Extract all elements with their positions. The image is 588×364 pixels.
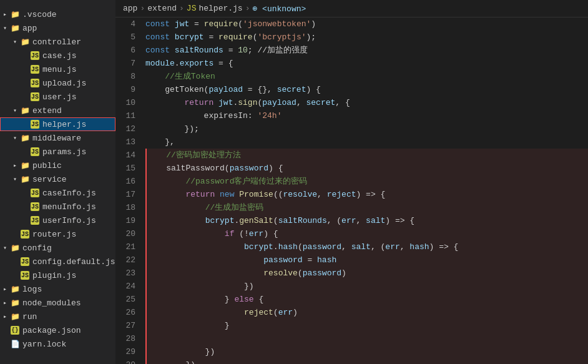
breadcrumb: app › extend › JS helper.js › ⊕ <unknown… — [115, 0, 588, 17]
code-line-15: saltPassword(password) { — [145, 162, 588, 175]
code-container[interactable]: 4567891011121314151617181920212223242526… — [115, 17, 588, 364]
code-line-24: }) — [145, 280, 588, 293]
breadcrumb-symbol: ⊕ <unknown> — [252, 4, 306, 14]
code-line-16: //password客户端传过来的密码 — [145, 175, 588, 188]
sidebar-item-menu-js[interactable]: JS menu.js — [0, 62, 115, 76]
folder-icon: 📁 — [10, 298, 20, 308]
item-label: run — [22, 312, 37, 322]
line-num-21: 21 — [115, 240, 135, 253]
line-num-23: 23 — [115, 267, 135, 280]
tree-arrow: ▸ — [0, 313, 10, 320]
line-num-17: 17 — [115, 188, 135, 201]
item-label: yarn.lock — [22, 340, 66, 349]
js-icon: JS — [20, 270, 30, 280]
sidebar-item-case-js[interactable]: JS case.js — [0, 49, 115, 62]
sidebar-item-yarn-lock[interactable]: 📄 yarn.lock — [0, 337, 115, 351]
code-line-5: const bcrypt = require('bcryptjs'); — [145, 31, 588, 44]
sidebar-item-userInfo-js[interactable]: JS userInfo.js — [0, 214, 115, 227]
sidebar-item-user-js[interactable]: JS user.js — [0, 90, 115, 104]
item-label: config — [22, 243, 52, 253]
sidebar-item-params-js[interactable]: JS params.js — [0, 145, 115, 159]
code-line-21: bcrypt.hash(password, salt, (err, hash) … — [145, 240, 588, 253]
sidebar-item-run[interactable]: ▸ 📁 run — [0, 310, 115, 323]
item-label: caseInfo.js — [42, 189, 96, 198]
code-line-13: }, — [145, 135, 588, 149]
sidebar: ▸ 📁 .vscode ▾ 📁 app ▾ 📁 controller JS ca… — [0, 0, 115, 364]
line-num-7: 7 — [115, 57, 135, 70]
tree-arrow: ▾ — [10, 175, 20, 183]
sidebar-item-vscode[interactable]: ▸ 📁 .vscode — [0, 7, 115, 21]
line-num-8: 8 — [115, 70, 135, 83]
item-label: helper.js — [42, 120, 86, 129]
sidebar-item-menuInfo-js[interactable]: JS menuInfo.js — [0, 200, 115, 214]
item-label: extend — [32, 106, 62, 116]
item-label: app — [22, 24, 37, 33]
item-label: userInfo.js — [42, 216, 96, 225]
line-numbers: 4567891011121314151617181920212223242526… — [115, 17, 140, 364]
js-icon: JS — [20, 257, 30, 267]
code-line-6: const saltRounds = 10; //加盐的强度 — [145, 44, 588, 57]
sidebar-item-package-json[interactable]: {} package.json — [0, 323, 115, 337]
editor-area: app › extend › JS helper.js › ⊕ <unknown… — [115, 0, 588, 364]
item-label: plugin.js — [32, 271, 76, 280]
code-line-25: } else { — [145, 293, 588, 306]
code-line-27: } — [145, 319, 588, 332]
item-label: config.default.js — [32, 257, 115, 267]
js-icon: JS — [30, 92, 40, 102]
code-lines: const jwt = require('jsonwebtoken')const… — [140, 17, 588, 364]
line-num-13: 13 — [115, 135, 135, 149]
sidebar-item-node-modules[interactable]: ▸ 📁 node_modules — [0, 296, 115, 310]
sidebar-item-plugin-js[interactable]: JS plugin.js — [0, 268, 115, 282]
code-line-30: }) — [145, 358, 588, 364]
item-label: router.js — [32, 230, 76, 239]
tree-arrow: ▸ — [10, 162, 20, 169]
item-label: user.js — [42, 92, 77, 102]
sidebar-item-extend[interactable]: ▾ 📁 extend — [0, 104, 115, 117]
folder-icon: 📁 — [20, 160, 30, 170]
line-num-4: 4 — [115, 17, 135, 31]
sidebar-item-router-js[interactable]: JS router.js — [0, 227, 115, 241]
folder-icon: 📁 — [10, 23, 20, 33]
sidebar-item-public[interactable]: ▸ 📁 public — [0, 159, 115, 172]
sidebar-item-logs[interactable]: ▸ 📁 logs — [0, 282, 115, 296]
js-icon: JS — [30, 215, 40, 225]
item-label: service — [32, 175, 67, 184]
sidebar-item-middleware[interactable]: ▾ 📁 middleware — [0, 131, 115, 145]
folder-icon: 📁 — [10, 9, 20, 19]
code-line-20: if (!err) { — [145, 227, 588, 240]
line-num-14: 14 — [115, 149, 135, 162]
folder-icon: 📁 — [20, 106, 30, 116]
item-label: .vscode — [22, 10, 57, 19]
breadcrumb-extend: extend — [147, 4, 177, 13]
sidebar-item-app[interactable]: ▾ 📁 app — [0, 21, 115, 35]
js-icon: JS — [30, 202, 40, 212]
code-line-22: password = hash — [145, 253, 588, 267]
item-label: node_modules — [22, 298, 81, 308]
sidebar-item-upload-js[interactable]: JS upload.js — [0, 76, 115, 90]
tree-arrow: ▸ — [0, 299, 10, 307]
line-num-5: 5 — [115, 31, 135, 44]
sidebar-item-controller[interactable]: ▾ 📁 controller — [0, 35, 115, 49]
line-num-26: 26 — [115, 306, 135, 319]
sidebar-item-config[interactable]: ▾ 📁 config — [0, 241, 115, 255]
code-line-4: const jwt = require('jsonwebtoken') — [145, 17, 588, 31]
js-icon: JS — [30, 147, 40, 157]
line-num-20: 20 — [115, 227, 135, 240]
item-label: package.json — [22, 326, 81, 335]
sidebar-item-config-default-js[interactable]: JS config.default.js — [0, 255, 115, 268]
breadcrumb-app: app — [123, 4, 137, 13]
sidebar-item-caseInfo-js[interactable]: JS caseInfo.js — [0, 186, 115, 200]
folder-icon: 📁 — [20, 37, 30, 47]
line-num-16: 16 — [115, 175, 135, 188]
code-line-23: resolve(password) — [145, 267, 588, 280]
sidebar-item-helper-js[interactable]: JS helper.js — [0, 117, 115, 131]
folder-icon: 📁 — [10, 284, 20, 294]
breadcrumb-sep-1: › — [140, 4, 145, 13]
sidebar-item-service[interactable]: ▾ 📁 service — [0, 172, 115, 186]
breadcrumb-sep-3: › — [245, 4, 250, 13]
tree-arrow: ▾ — [10, 134, 20, 142]
code-line-29: }) — [145, 345, 588, 358]
js-icon: JS — [30, 78, 40, 88]
line-num-10: 10 — [115, 96, 135, 109]
code-line-8: //生成Token — [145, 70, 588, 83]
